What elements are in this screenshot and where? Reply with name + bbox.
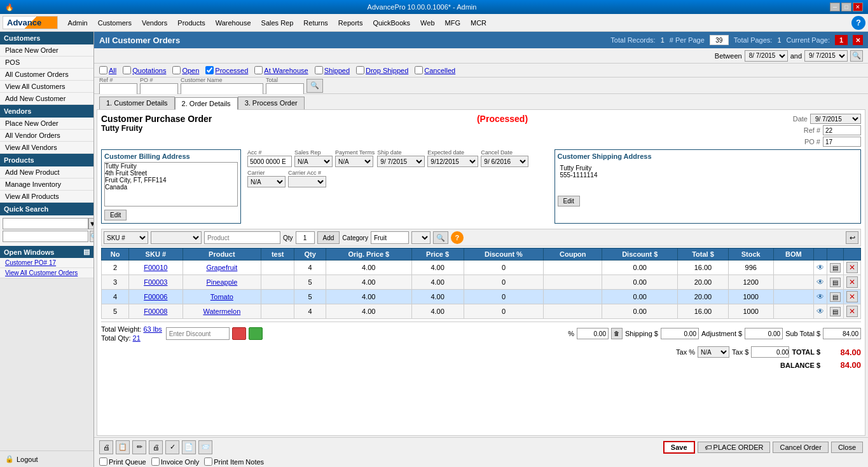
at-warehouse-label[interactable]: At Warehouse: [264, 67, 308, 74]
shipping-input[interactable]: [661, 328, 699, 339]
menu-sales-rep[interactable]: Sales Rep: [256, 17, 299, 29]
tax-pct-select[interactable]: N/A: [698, 346, 729, 358]
cell-sku[interactable]: F00010: [129, 261, 183, 275]
table-settings-button[interactable]: ↩: [846, 231, 858, 244]
menu-quickbooks[interactable]: QuickBooks: [368, 17, 415, 29]
payment-select[interactable]: N/A: [335, 156, 373, 167]
customer-search-input[interactable]: [181, 83, 263, 95]
cell-view-action[interactable]: 👁: [814, 290, 827, 304]
sidebar-item-view-all-products[interactable]: View All Products: [0, 191, 93, 203]
cell-product[interactable]: Tomato: [183, 290, 261, 304]
menu-returns[interactable]: Returns: [298, 17, 333, 29]
sidebar-item-add-new-product[interactable]: Add New Product: [0, 166, 93, 179]
checkbox-drop-shipped[interactable]: [356, 66, 364, 74]
sidebar-item-view-all-vendors[interactable]: View All Vendors: [0, 142, 93, 154]
category-input[interactable]: [371, 231, 409, 244]
cell-product[interactable]: Watermelon: [183, 304, 261, 319]
tab-customer-details[interactable]: 1. Customer Details: [99, 97, 175, 109]
checkbox-shipped[interactable]: [315, 66, 323, 74]
print-item-notes-checkbox[interactable]: [204, 457, 212, 466]
sidebar-section-vendors[interactable]: Vendors: [0, 105, 93, 118]
sidebar-item-add-new-customer[interactable]: Add New Customer: [0, 93, 93, 105]
cell-view-action[interactable]: 👁: [814, 261, 827, 275]
per-page-input[interactable]: [710, 35, 729, 45]
edit-icon-btn[interactable]: ✏: [132, 440, 146, 454]
menu-reports[interactable]: Reports: [333, 17, 368, 29]
product-search-input[interactable]: [204, 231, 280, 244]
cell-sku[interactable]: F00008: [129, 304, 183, 319]
checkbox-processed[interactable]: [205, 66, 214, 74]
expected-date-select[interactable]: 9/12/2015: [427, 156, 478, 167]
cell-delete-action[interactable]: ✕: [844, 304, 861, 319]
cancelled-label[interactable]: Cancelled: [424, 67, 455, 74]
acc-input[interactable]: [247, 156, 292, 167]
menu-products[interactable]: Products: [172, 17, 210, 29]
menu-admin[interactable]: Admin: [63, 17, 93, 29]
po-input[interactable]: [823, 137, 861, 147]
quick-search-input-2[interactable]: [3, 231, 88, 242]
search-button[interactable]: 🔍: [307, 79, 323, 93]
menu-customers[interactable]: Customers: [93, 17, 137, 29]
minimize-button[interactable]: ─: [830, 3, 840, 11]
ref-input[interactable]: [823, 125, 861, 135]
quick-search-input-1[interactable]: [3, 218, 88, 229]
sidebar-item-all-customer-orders[interactable]: All Customer Orders: [0, 69, 93, 81]
sku-type-select[interactable]: SKU #: [104, 231, 148, 244]
cell-edit-action[interactable]: ▤: [827, 275, 844, 290]
help-button[interactable]: ?: [851, 16, 865, 30]
po-search-input[interactable]: [140, 83, 178, 95]
item-search-button[interactable]: 🔍: [433, 231, 448, 244]
cell-sku[interactable]: F00003: [129, 275, 183, 290]
sidebar-section-customers[interactable]: Customers: [0, 32, 93, 44]
print-queue-checkbox[interactable]: [99, 457, 107, 466]
sidebar-item-place-new-order-vendor[interactable]: Place New Order: [0, 118, 93, 130]
date-filter-search-icon[interactable]: 🔍: [850, 50, 863, 62]
doc-icon-btn[interactable]: 📄: [182, 440, 196, 454]
menu-warehouse[interactable]: Warehouse: [210, 17, 256, 29]
menu-web[interactable]: Web: [415, 17, 439, 29]
sku-value-select[interactable]: [151, 231, 202, 244]
checkbox-quotations[interactable]: [123, 66, 131, 74]
cell-view-action[interactable]: 👁: [814, 304, 827, 319]
billing-edit-button[interactable]: Edit: [104, 210, 127, 220]
sales-rep-select[interactable]: N/A: [294, 156, 333, 167]
sidebar-item-all-vendor-orders[interactable]: All Vendor Orders: [0, 130, 93, 142]
to-date-select[interactable]: 9/ 7/2015: [804, 50, 848, 62]
cell-delete-action[interactable]: ✕: [844, 261, 861, 275]
cancel-order-button[interactable]: Cancel Order: [773, 442, 828, 453]
shipping-edit-button[interactable]: Edit: [558, 196, 580, 206]
sidebar-item-pos[interactable]: POS: [0, 57, 93, 69]
checkbox-at-warehouse[interactable]: [254, 66, 263, 74]
close-button[interactable]: Close: [831, 442, 863, 453]
total-search-input[interactable]: [266, 83, 304, 95]
help-icon[interactable]: ?: [451, 231, 464, 244]
place-order-button[interactable]: 🏷 PLACE ORDER: [698, 442, 771, 453]
sidebar-item-view-all-customers[interactable]: View All Customers: [0, 81, 93, 93]
checkbox-cancelled[interactable]: [415, 66, 423, 74]
carrier-select[interactable]: N/A: [247, 176, 286, 187]
from-date-select[interactable]: 8/ 7/2015: [745, 50, 788, 62]
checkbox-all[interactable]: [99, 66, 107, 74]
drop-shipped-label[interactable]: Drop Shipped: [366, 67, 408, 74]
category-select[interactable]: [411, 231, 431, 244]
cell-edit-action[interactable]: ▤: [827, 261, 844, 275]
qty-input[interactable]: [296, 231, 315, 244]
ref-search-input[interactable]: [99, 83, 137, 95]
clear-button[interactable]: ✕: [853, 35, 863, 45]
menu-mcr[interactable]: MCR: [465, 17, 492, 29]
cell-view-action[interactable]: 👁: [814, 275, 827, 290]
discount-green-button[interactable]: [249, 327, 263, 340]
maximize-button[interactable]: □: [841, 3, 851, 11]
logout-button[interactable]: 🔒 Logout: [0, 450, 93, 467]
tab-order-details[interactable]: 2. Order Details: [175, 97, 238, 110]
copy-icon-btn[interactable]: 📋: [116, 440, 130, 454]
checkbox-open[interactable]: [172, 66, 181, 74]
open-windows-item-1[interactable]: Customer PO# 17: [0, 258, 93, 268]
sidebar-item-manage-inventory[interactable]: Manage Inventory: [0, 179, 93, 191]
cell-edit-action[interactable]: ▤: [827, 304, 844, 319]
open-label[interactable]: Open: [182, 67, 199, 74]
billing-address-textarea[interactable]: Tutty Fruity 4th Fruit Street Fruit City…: [104, 162, 238, 206]
discount-input[interactable]: [166, 327, 230, 340]
add-item-button[interactable]: Add: [317, 231, 340, 244]
processed-label[interactable]: Processed: [215, 67, 248, 74]
